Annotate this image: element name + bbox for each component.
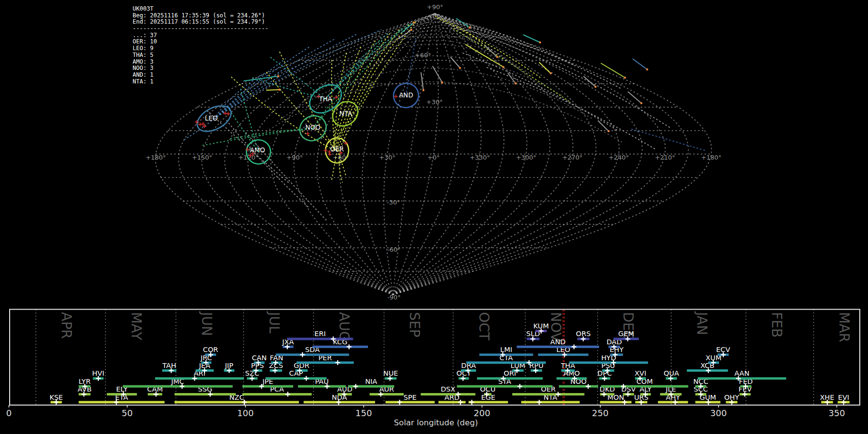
lon-label: +210° — [655, 154, 675, 161]
meteor-segment — [266, 90, 279, 90]
lat-label: -60° — [387, 246, 401, 253]
shower-bar-AND — [517, 346, 599, 348]
activity-timeline: APRMAYJUNJULAUGSEPOCTNOVDECJANFEBMARKSEE… — [6, 310, 860, 428]
meteor-end-dot — [441, 81, 443, 83]
shower-bar-NOO — [559, 385, 598, 388]
shower-label-OER: OER — [330, 145, 344, 153]
shower-code-AND: AND — [550, 338, 566, 346]
shower-code-EVI: EVI — [838, 393, 849, 401]
shower-bar-JPE — [243, 385, 293, 388]
meteor-end-dot — [608, 130, 610, 132]
meteor-segment — [450, 57, 460, 68]
x-tick-label: 0 — [6, 408, 12, 418]
meteor-end-dot — [469, 27, 471, 28]
shower-code-AAN: AAN — [734, 369, 749, 377]
meteor-segment — [523, 35, 540, 42]
shower-peak-PER — [335, 360, 340, 365]
meteor-trail — [632, 129, 705, 150]
shower-bar-ERI — [287, 338, 353, 340]
meteor-end-dot — [550, 72, 552, 74]
x-tick-label: 300 — [710, 408, 727, 418]
meteor-segment — [421, 72, 423, 90]
shower-bar-ORI — [477, 377, 542, 380]
meteor-segment — [583, 76, 596, 87]
shower-bar-SSG — [175, 393, 236, 395]
month-label: AUG — [336, 312, 352, 341]
shower-peak-PCA — [285, 392, 290, 397]
meteor-trail — [270, 57, 326, 99]
shower-bar-PCA — [243, 393, 312, 395]
radiant-marker — [324, 149, 327, 152]
grid-arc — [332, 44, 534, 81]
meteor-trail — [231, 77, 333, 149]
meteor-trail — [453, 29, 569, 101]
x-tick-label: 250 — [592, 408, 609, 418]
shower-bar-SDA — [276, 353, 349, 356]
lon-label: +270° — [562, 154, 583, 161]
meteor-end-dot — [595, 86, 597, 88]
month-label: JUL — [266, 311, 282, 334]
shower-bar-HYD — [569, 362, 648, 364]
meteor-end-dot — [496, 56, 498, 58]
radiant-marker — [226, 112, 230, 116]
meteor-trail — [227, 121, 309, 207]
lon-label: +300° — [516, 154, 536, 161]
lon-label: +330° — [470, 154, 490, 161]
shower-code-XHE: XHE — [820, 393, 834, 401]
lat-label: -30° — [387, 199, 400, 206]
lon-label: +240° — [609, 154, 629, 161]
lon-label: +150° — [192, 154, 212, 161]
lon-label: +90° — [286, 154, 303, 161]
lat-label: +90° — [427, 3, 443, 11]
shower-label-AND: AND — [399, 91, 413, 99]
shower-bar-NZC — [175, 401, 299, 404]
shower-code-HVI: HVI — [92, 369, 104, 377]
meteor-segment — [433, 66, 442, 82]
shower-code-CAN: CAN — [252, 354, 267, 362]
shower-label-LEO: LEO — [205, 114, 218, 122]
x-tick-label: 200 — [474, 408, 490, 418]
meteor-trail — [228, 107, 258, 152]
grid-arc — [304, 55, 563, 101]
shower-bar-COM — [601, 385, 688, 388]
month-label: JUN — [199, 311, 215, 336]
meteor-trail — [251, 77, 326, 99]
meteor-end-dot — [640, 102, 642, 104]
grid-arc — [358, 35, 507, 63]
meteor-end-dot — [502, 66, 504, 68]
shower-bar-DSX — [420, 393, 475, 395]
lat-label: +60° — [415, 52, 431, 59]
shower-bar-LMI — [479, 353, 533, 356]
shower-code-COR: COR — [203, 346, 218, 353]
shower-code-LMI: LMI — [500, 346, 512, 353]
meteor-end-dot — [624, 77, 626, 79]
radiant-plot: +180°+150°+120°+90°+60°+30°+0°+330°+300°… — [0, 0, 868, 434]
meteor-end-dot — [646, 68, 648, 70]
x-tick-label: 100 — [237, 408, 254, 418]
lon-label: +30° — [379, 154, 395, 161]
meteor-trail — [214, 73, 264, 119]
x-tick-label: 350 — [828, 408, 845, 418]
month-label: SEP — [407, 312, 422, 337]
shower-label-NTA: NTA — [339, 109, 353, 117]
shower-code-TAH: TAH — [162, 362, 176, 369]
shower-code-NUE: NUE — [383, 369, 398, 377]
shower-bar-STA — [457, 385, 553, 388]
shower-bar-JMC — [122, 385, 232, 388]
shower-code-JIP: JIP — [225, 362, 234, 369]
shower-code-XVI: XVI — [635, 369, 646, 377]
shower-bar-PAU — [298, 385, 346, 388]
shower-code-DSX: DSX — [441, 385, 455, 393]
shower-code-OHY: OHY — [724, 393, 739, 401]
shower-bar-NTA — [521, 401, 580, 404]
meteor-trails — [182, 16, 705, 222]
meteor-end-dot — [539, 41, 541, 43]
shower-bar-SPE — [385, 401, 434, 404]
month-label: JAN — [694, 311, 710, 335]
shower-bar-ETA — [79, 401, 164, 404]
shower-code-LYR: LYR — [79, 378, 91, 385]
shower-code-ERI: ERI — [314, 330, 326, 338]
meteor-end-dot — [277, 75, 279, 77]
shower-bar-CTA — [466, 362, 546, 364]
meteor-trail — [333, 47, 361, 150]
